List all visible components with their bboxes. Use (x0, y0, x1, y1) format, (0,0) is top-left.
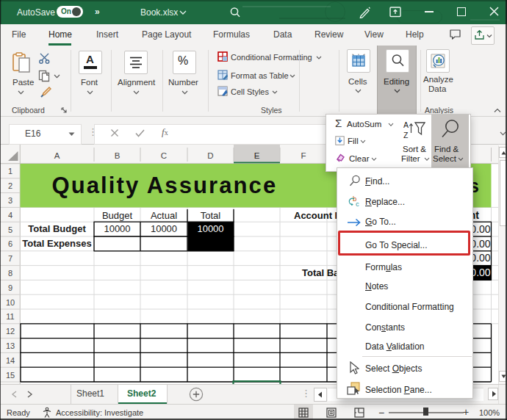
svg-text:14: 14 (6, 356, 15, 365)
svg-text:10000: 10000 (197, 223, 223, 234)
svg-text:Actual: Actual (151, 210, 177, 221)
svg-text:15: 15 (6, 371, 15, 380)
svg-text:7: 7 (8, 254, 12, 263)
svg-text:Z: Z (403, 131, 409, 140)
svg-text:10000: 10000 (104, 223, 130, 234)
svg-text:A: A (54, 151, 60, 160)
svg-text:11: 11 (6, 312, 14, 321)
svg-text:12: 12 (6, 327, 15, 336)
svg-text:Budget: Budget (102, 210, 133, 221)
svg-text:Quality Assurance: Quality Assurance (52, 173, 278, 198)
svg-text:1: 1 (8, 167, 12, 175)
svg-text:Total Expenses: Total Expenses (22, 238, 91, 249)
svg-text:C: C (161, 151, 167, 160)
svg-text:10: 10 (6, 298, 15, 307)
svg-text:9: 9 (8, 283, 12, 292)
svg-text:4: 4 (8, 211, 12, 220)
svg-text:B: B (115, 151, 121, 160)
svg-text:F: F (301, 151, 306, 160)
svg-text:A: A (403, 120, 409, 129)
svg-text:10000: 10000 (151, 223, 177, 234)
svg-text:Total Budget: Total Budget (28, 223, 86, 234)
svg-text:c: c (356, 200, 359, 208)
svg-text:3: 3 (8, 196, 12, 205)
svg-text:2: 2 (8, 181, 12, 190)
svg-text:6: 6 (8, 239, 12, 248)
svg-text:E: E (254, 151, 260, 160)
svg-text:Total: Total (201, 210, 221, 221)
svg-text:5: 5 (8, 225, 12, 234)
svg-text:13: 13 (6, 341, 15, 350)
svg-text:D: D (207, 151, 213, 160)
svg-text:8: 8 (8, 269, 12, 278)
